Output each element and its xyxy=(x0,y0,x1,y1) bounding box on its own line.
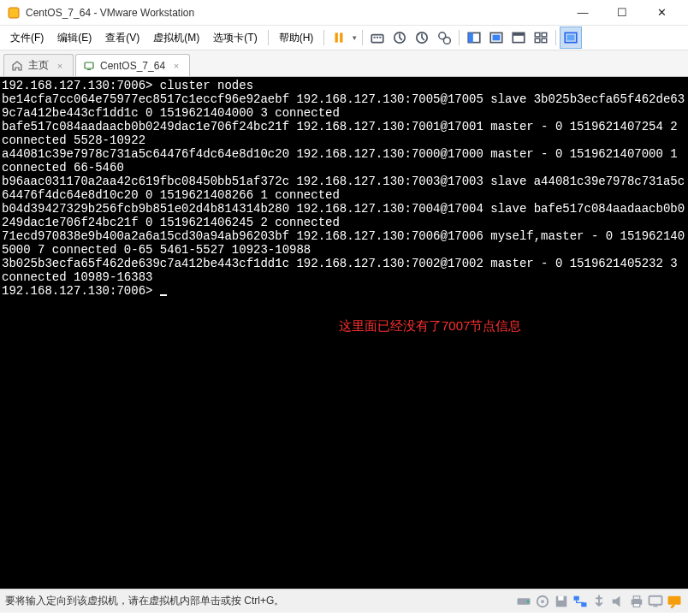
svg-rect-38 xyxy=(668,595,681,604)
terminal-line: a44081c39e7978c731a5c64476f4dc64e8d10c20… xyxy=(2,147,685,175)
sound-icon[interactable] xyxy=(609,593,626,610)
svg-rect-32 xyxy=(581,602,586,607)
menu-help[interactable]: 帮助(H) xyxy=(272,27,321,49)
terminal-line: 71ecd970838e9b400a2a6a15cd30a94ab96203bf… xyxy=(2,229,685,257)
terminal[interactable]: 192.168.127.130:7006> cluster nodes be14… xyxy=(0,77,688,589)
floppy-icon[interactable] xyxy=(553,593,570,610)
svg-rect-12 xyxy=(469,33,474,42)
status-text: 要将输入定向到该虚拟机，请在虚拟机内部单击或按 Ctrl+G。 xyxy=(5,594,513,608)
svg-rect-23 xyxy=(85,62,93,68)
snapshot-button[interactable] xyxy=(388,27,411,49)
svg-rect-35 xyxy=(633,603,640,607)
cd-icon[interactable] xyxy=(534,593,551,610)
svg-point-10 xyxy=(444,37,451,44)
thumbnail-button[interactable] xyxy=(530,27,552,49)
svg-rect-3 xyxy=(372,35,384,43)
maximize-button[interactable]: ☐ xyxy=(602,0,642,26)
svg-point-26 xyxy=(527,600,530,602)
display-icon[interactable] xyxy=(647,593,664,610)
network-icon[interactable] xyxy=(572,593,589,610)
minimize-button[interactable]: — xyxy=(563,0,602,26)
close-button[interactable]: ✕ xyxy=(642,0,681,26)
svg-rect-1 xyxy=(335,33,338,42)
snapshot-manager-button[interactable] xyxy=(433,27,455,49)
svg-rect-37 xyxy=(654,606,658,607)
svg-rect-2 xyxy=(340,33,342,42)
send-ctrl-alt-del-button[interactable] xyxy=(366,27,388,49)
menu-view[interactable]: 查看(V) xyxy=(98,27,146,49)
printer-icon[interactable] xyxy=(628,593,645,610)
terminal-line: 3b025b3ecfa65f462de639c7a412be443cf1dd1c… xyxy=(2,257,685,284)
svg-rect-6 xyxy=(380,37,382,38)
svg-rect-5 xyxy=(377,37,378,38)
tab-home[interactable]: 主页 × xyxy=(3,54,74,76)
terminal-command: cluster nodes xyxy=(160,79,253,92)
terminal-prompt: 192.168.127.130:7006> xyxy=(2,284,160,298)
svg-rect-34 xyxy=(633,595,640,599)
svg-rect-16 xyxy=(513,33,525,35)
terminal-line: be14cfa7cc064e75977ec8517c1eccf96e92aebf… xyxy=(2,92,685,120)
usb-icon[interactable] xyxy=(590,593,608,610)
tabbar: 主页 × CentOS_7_64 × xyxy=(0,50,688,77)
svg-rect-31 xyxy=(574,595,579,600)
home-icon xyxy=(11,60,23,72)
stretch-button[interactable] xyxy=(560,27,582,49)
svg-rect-18 xyxy=(542,33,547,37)
tab-home-close[interactable]: × xyxy=(54,60,66,72)
fullscreen-button[interactable] xyxy=(463,27,485,49)
svg-rect-24 xyxy=(87,69,91,70)
svg-rect-0 xyxy=(9,8,19,18)
svg-point-28 xyxy=(541,600,544,603)
tab-centos-label: CentOS_7_64 xyxy=(100,60,165,72)
titlebar: CentOS_7_64 - VMware Workstation — ☐ ✕ xyxy=(0,0,688,26)
menu-file[interactable]: 文件(F) xyxy=(3,27,50,49)
console-view-button[interactable] xyxy=(507,27,530,49)
terminal-line: bafe517c084aadaacb0b0249dac1e706f24bc21f… xyxy=(2,120,685,147)
revert-snapshot-button[interactable] xyxy=(411,27,433,49)
svg-rect-14 xyxy=(493,35,501,41)
menubar: 文件(F) 编辑(E) 查看(V) 虚拟机(M) 选项卡(T) 帮助(H) ▼ xyxy=(0,26,688,50)
pause-button[interactable] xyxy=(328,27,350,49)
svg-rect-4 xyxy=(374,37,376,38)
vm-icon xyxy=(83,60,95,72)
svg-rect-17 xyxy=(536,33,541,37)
power-dropdown[interactable]: ▼ xyxy=(350,34,359,42)
statusbar: 要将输入定向到该虚拟机，请在虚拟机内部单击或按 Ctrl+G。 xyxy=(0,589,688,613)
app-icon xyxy=(7,6,21,20)
tab-centos-close[interactable]: × xyxy=(170,60,182,72)
terminal-line: b96aac031170a2aa42c619fbc08450bb51af372c… xyxy=(2,175,685,202)
svg-rect-20 xyxy=(542,38,547,43)
svg-rect-36 xyxy=(649,595,662,604)
unity-button[interactable] xyxy=(485,27,507,49)
menu-vm[interactable]: 虚拟机(M) xyxy=(146,27,206,49)
window-title: CentOS_7_64 - VMware Workstation xyxy=(26,7,194,19)
svg-rect-19 xyxy=(536,38,541,43)
terminal-prompt: 192.168.127.130:7006> xyxy=(2,79,160,92)
terminal-line: b04d39427329b256fcb9b851e02d4b814314b280… xyxy=(2,202,685,229)
hard-disk-icon[interactable] xyxy=(515,593,532,610)
menu-tabs[interactable]: 选项卡(T) xyxy=(206,27,264,49)
tab-centos[interactable]: CentOS_7_64 × xyxy=(75,54,190,76)
tab-home-label: 主页 xyxy=(28,58,49,73)
svg-rect-22 xyxy=(567,35,575,41)
cursor-icon xyxy=(160,294,167,296)
svg-rect-30 xyxy=(558,595,563,600)
message-icon[interactable] xyxy=(666,593,683,610)
menu-edit[interactable]: 编辑(E) xyxy=(50,27,98,49)
